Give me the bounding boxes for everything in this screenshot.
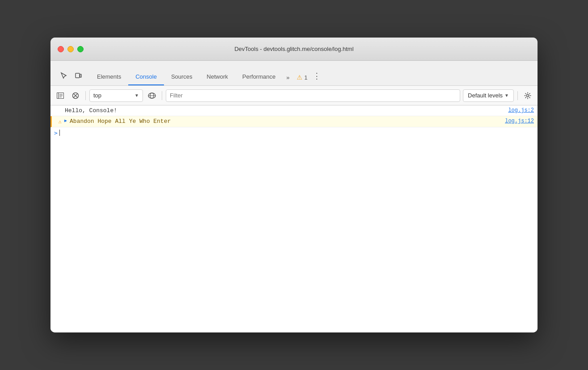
toolbar-separator-3 bbox=[517, 91, 518, 100]
console-row-content-warning: Abandon Hope All Ye Who Enter bbox=[68, 118, 498, 125]
window-title: DevTools - devtools.glitch.me/console/lo… bbox=[235, 46, 354, 52]
svg-rect-1 bbox=[80, 74, 81, 77]
traffic-lights bbox=[58, 46, 84, 52]
warning-icon: ⚠ bbox=[297, 74, 302, 81]
console-output: Hello, Console! log.js:2 ⚠ ▶ Abandon Hop… bbox=[50, 105, 538, 332]
tab-console[interactable]: Console bbox=[128, 61, 164, 85]
svg-rect-0 bbox=[76, 73, 80, 78]
levels-arrow-icon: ▼ bbox=[504, 93, 509, 98]
context-arrow-icon: ▼ bbox=[134, 93, 139, 98]
console-row-link-warning[interactable]: log.js:12 bbox=[498, 118, 534, 124]
log-icon bbox=[54, 107, 63, 108]
console-cursor bbox=[59, 130, 60, 136]
live-expressions-button[interactable] bbox=[146, 89, 158, 102]
console-input-row[interactable]: > bbox=[50, 127, 538, 138]
console-row-link-log[interactable]: log.js:2 bbox=[501, 107, 534, 114]
warning-row-icon: ⚠ bbox=[55, 118, 64, 125]
console-row-log: Hello, Console! log.js:2 bbox=[50, 105, 538, 116]
filter-input[interactable] bbox=[166, 89, 460, 102]
tab-left-icons bbox=[58, 69, 84, 85]
tab-elements[interactable]: Elements bbox=[90, 61, 128, 85]
tabs-bar: Elements Console Sources Network Perform… bbox=[50, 61, 538, 86]
inspect-element-icon[interactable] bbox=[58, 69, 70, 82]
tab-performance[interactable]: Performance bbox=[235, 61, 282, 85]
expand-arrow-icon[interactable]: ▶ bbox=[64, 118, 67, 123]
titlebar: DevTools - devtools.glitch.me/console/lo… bbox=[50, 38, 538, 61]
warning-badge[interactable]: ⚠ 1 bbox=[293, 74, 307, 85]
tab-sources[interactable]: Sources bbox=[164, 61, 200, 85]
svg-point-13 bbox=[527, 94, 529, 97]
toolbar-separator-2 bbox=[162, 91, 162, 100]
console-toolbar: top ▼ Default levels ▼ bbox=[50, 86, 538, 105]
close-button[interactable] bbox=[58, 46, 64, 52]
maximize-button[interactable] bbox=[77, 46, 84, 52]
console-settings-button[interactable] bbox=[521, 89, 534, 102]
tab-network[interactable]: Network bbox=[200, 61, 235, 85]
console-prompt: > bbox=[54, 130, 58, 136]
devtools-window: DevTools - devtools.glitch.me/console/lo… bbox=[50, 38, 538, 332]
console-row-warning: ⚠ ▶ Abandon Hope All Ye Who Enter log.js… bbox=[50, 116, 538, 127]
sidebar-toggle-button[interactable] bbox=[54, 89, 67, 102]
context-selector[interactable]: top ▼ bbox=[89, 89, 143, 102]
filter-input-wrap bbox=[166, 89, 460, 102]
levels-button[interactable]: Default levels ▼ bbox=[463, 89, 514, 102]
toolbar-separator-1 bbox=[85, 91, 86, 100]
console-row-content-log: Hello, Console! bbox=[63, 107, 501, 114]
clear-console-button[interactable] bbox=[69, 89, 82, 102]
minimize-button[interactable] bbox=[67, 46, 74, 52]
more-tabs-button[interactable]: » bbox=[283, 71, 293, 85]
device-toggle-icon[interactable] bbox=[72, 69, 84, 82]
more-options-button[interactable]: ⋮ bbox=[309, 71, 321, 85]
